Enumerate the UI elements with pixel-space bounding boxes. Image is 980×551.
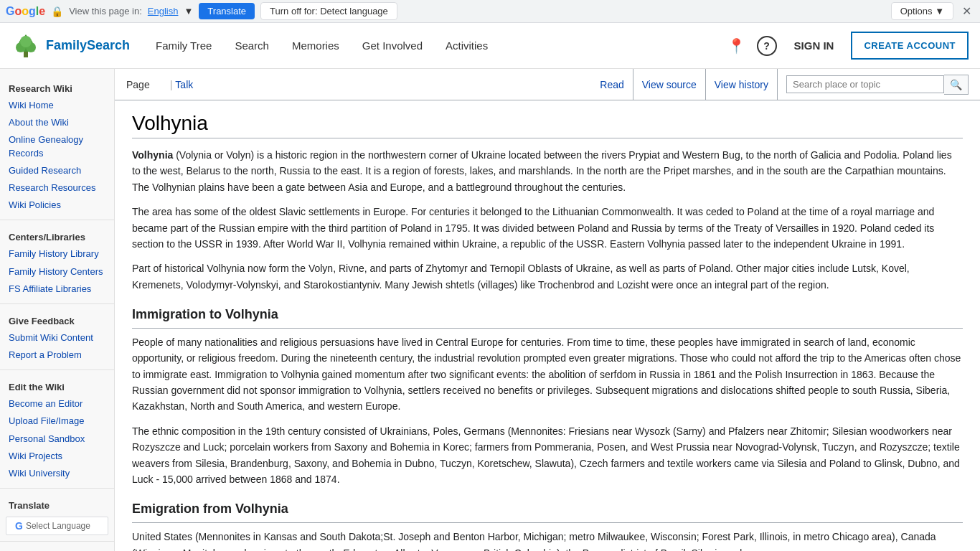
article-section2-title: Emigration from Volhynia bbox=[132, 499, 963, 523]
article-section1-para1: People of many nationalities and religio… bbox=[132, 334, 963, 415]
article-bold-volhynia: Volhynia bbox=[132, 149, 173, 161]
nav-memories[interactable]: Memories bbox=[281, 23, 351, 69]
article-content: Volhynia Volhynia (Volynia or Volyn) is … bbox=[115, 100, 980, 551]
view-page-text: View this page in: bbox=[69, 6, 142, 17]
article-paragraph-2-text: The area has some of the oldest Slavic s… bbox=[132, 206, 934, 250]
content-area: Page | Talk Read View source View histor… bbox=[115, 69, 980, 551]
translate-bar: Google 🔒 View this page in: English▼ Tra… bbox=[0, 0, 980, 23]
familysearch-logo bbox=[11, 32, 40, 60]
create-account-button[interactable]: CREATE ACCOUNT bbox=[851, 32, 969, 60]
tab-read[interactable]: Read bbox=[591, 69, 632, 100]
sidebar-item-wiki-projects[interactable]: Wiki Projects bbox=[0, 448, 114, 465]
sidebar-item-wiki-home[interactable]: Wiki Home bbox=[0, 97, 114, 114]
tab-view-source[interactable]: View source bbox=[633, 69, 705, 100]
sidebar-item-submit-wiki[interactable]: Submit Wiki Content bbox=[0, 329, 114, 347]
sidebar: Research Wiki Wiki Home About the Wiki O… bbox=[0, 69, 115, 551]
help-icon-button[interactable]: ? bbox=[757, 36, 777, 56]
sidebar-section-edit: Edit the Wiki bbox=[0, 376, 114, 395]
sidebar-item-family-history-centers[interactable]: Family History Centers bbox=[0, 263, 114, 281]
article-paragraph-3-text: Part of historical Volhynia now form the… bbox=[132, 263, 910, 290]
nav-right: 📍 ? SIGN IN CREATE ACCOUNT bbox=[725, 32, 969, 60]
sidebar-section-tools: Tools bbox=[0, 547, 114, 551]
sidebar-section-feedback: Give Feedback bbox=[0, 310, 114, 329]
turnoff-button[interactable]: Turn off for: Detect language bbox=[260, 2, 397, 20]
sidebar-item-become-editor[interactable]: Become an Editor bbox=[0, 395, 114, 413]
wiki-search-input[interactable] bbox=[786, 75, 944, 93]
article-paragraph-3: Part of historical Volhynia now form the… bbox=[132, 260, 963, 293]
sidebar-item-family-history-library[interactable]: Family History Library bbox=[0, 245, 114, 263]
wiki-search-area: 🔍 bbox=[777, 69, 969, 100]
sidebar-section-translate: Translate bbox=[0, 494, 114, 514]
page-layout: Research Wiki Wiki Home About the Wiki O… bbox=[0, 69, 980, 551]
select-language-label: Select Language bbox=[26, 521, 90, 531]
article-section2-para1: United States (Mennonites in Kansas and … bbox=[132, 529, 963, 551]
sidebar-divider-4 bbox=[0, 488, 114, 489]
sidebar-divider-1 bbox=[0, 220, 114, 220]
article-title: Volhynia bbox=[132, 112, 963, 138]
close-translate-button[interactable]: ✕ bbox=[959, 4, 974, 18]
translate-button[interactable]: Translate bbox=[199, 3, 255, 19]
tab-actions: Read View source View history 🔍 bbox=[591, 69, 969, 100]
sidebar-item-upload-file[interactable]: Upload File/Image bbox=[0, 413, 114, 430]
sidebar-item-guided-research[interactable]: Guided Research bbox=[0, 162, 114, 179]
sign-in-button[interactable]: SIGN IN bbox=[786, 39, 843, 52]
lock-icon: 🔒 bbox=[51, 6, 63, 17]
nav-search[interactable]: Search bbox=[223, 23, 281, 69]
sidebar-item-fs-affiliate[interactable]: FS Affiliate Libraries bbox=[0, 281, 114, 298]
sidebar-item-online-genealogy[interactable]: Online Genealogy Records bbox=[0, 131, 114, 161]
nav-get-involved[interactable]: Get Involved bbox=[351, 23, 434, 69]
options-button[interactable]: Options ▼ bbox=[891, 2, 953, 20]
article-paragraph-2: The area has some of the oldest Slavic s… bbox=[132, 204, 963, 252]
google-translate-widget[interactable]: G Select Language bbox=[6, 517, 108, 535]
logo-link[interactable]: FamilySearch bbox=[11, 32, 130, 60]
location-icon-button[interactable]: 📍 bbox=[725, 34, 748, 57]
sidebar-divider-5 bbox=[0, 541, 114, 542]
nav-family-tree[interactable]: Family Tree bbox=[144, 23, 223, 69]
sidebar-item-report-problem[interactable]: Report a Problem bbox=[0, 347, 114, 364]
wiki-search-button[interactable]: 🔍 bbox=[944, 75, 969, 95]
sidebar-divider-2 bbox=[0, 303, 114, 304]
tab-talk[interactable]: Talk bbox=[175, 72, 204, 98]
tab-page[interactable]: Page bbox=[126, 72, 161, 98]
google-g-icon: G bbox=[15, 520, 23, 532]
tab-bar: Page | Talk Read View source View histor… bbox=[115, 69, 980, 100]
main-nav: FamilySearch Family Tree Search Memories… bbox=[0, 23, 980, 69]
sidebar-item-about-wiki[interactable]: About the Wiki bbox=[0, 114, 114, 131]
sidebar-item-personal-sandbox[interactable]: Personal Sandbox bbox=[0, 430, 114, 448]
sidebar-item-wiki-policies[interactable]: Wiki Policies bbox=[0, 197, 114, 214]
sidebar-section-centers: Centers/Libraries bbox=[0, 226, 114, 245]
article-paragraph-1-text: (Volynia or Volyn) is a historic region … bbox=[132, 149, 952, 193]
sidebar-item-wiki-university[interactable]: Wiki University bbox=[0, 465, 114, 482]
google-logo: Google bbox=[6, 5, 45, 18]
nav-links: Family Tree Search Memories Get Involved… bbox=[144, 23, 724, 69]
article-section1-title: Immigration to Volhynia bbox=[132, 304, 963, 329]
logo-text: FamilySearch bbox=[46, 38, 130, 53]
svg-rect-1 bbox=[24, 52, 28, 57]
nav-activities[interactable]: Activities bbox=[434, 23, 499, 69]
language-link[interactable]: English bbox=[148, 6, 179, 17]
sidebar-item-research-resources[interactable]: Research Resources bbox=[0, 179, 114, 197]
sidebar-section-research: Research Wiki bbox=[0, 77, 114, 97]
tab-view-history[interactable]: View history bbox=[705, 69, 777, 100]
article-body: Volhynia (Volynia or Volyn) is a histori… bbox=[132, 147, 963, 551]
svg-point-6 bbox=[20, 36, 32, 47]
article-section1-para2: The ethnic composition in the 19th centu… bbox=[132, 423, 963, 488]
article-paragraph-1: Volhynia (Volynia or Volyn) is a histori… bbox=[132, 147, 963, 195]
sidebar-divider-3 bbox=[0, 369, 114, 370]
